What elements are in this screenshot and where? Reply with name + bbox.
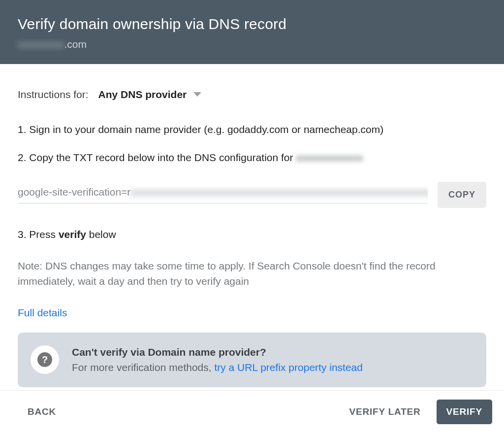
domain-blurred: xxxxxxxxx xyxy=(18,38,64,50)
txt-record-row: google-site-verification=rxxxxxxxxxxxxxx… xyxy=(18,182,486,208)
instructions-label: Instructions for: xyxy=(18,89,89,101)
url-prefix-link[interactable]: try a URL prefix property instead xyxy=(214,362,363,373)
txt-record-blurred: xxxxxxxxxxxxxxxxxxxxxxxxxxxxxxxxxxxxxxxx… xyxy=(130,186,428,198)
step-3-bold: verify xyxy=(59,229,86,240)
step-3: 3. Press verify below xyxy=(18,229,486,240)
help-icon-wrap: ? xyxy=(31,345,59,374)
dialog-footer: BACK VERIFY LATER VERIFY xyxy=(0,390,504,436)
help-box: ? Can't verify via Domain name provider?… xyxy=(18,333,486,387)
dialog-content: Instructions for: Any DNS provider 1. Si… xyxy=(0,64,504,387)
step-2-domain-blurred: xxxxxxxxxxxxx xyxy=(296,152,363,163)
help-heading: Can't verify via Domain name provider? xyxy=(72,344,363,360)
step-3-prefix: 3. Press xyxy=(18,229,59,240)
step-2: 2. Copy the TXT record below into the DN… xyxy=(18,150,486,165)
txt-record-prefix: google-site-verification=r xyxy=(18,186,130,198)
full-details-link[interactable]: Full details xyxy=(18,307,67,319)
step-1: 1. Sign in to your domain name provider … xyxy=(18,122,486,136)
dialog-header: Verify domain ownership via DNS record x… xyxy=(0,0,504,64)
verify-button[interactable]: VERIFY xyxy=(437,400,492,424)
verify-later-button[interactable]: VERIFY LATER xyxy=(340,400,429,424)
dns-note: Note: DNS changes may take some time to … xyxy=(18,258,486,289)
instructions-row: Instructions for: Any DNS provider xyxy=(18,89,486,101)
txt-record-field[interactable]: google-site-verification=rxxxxxxxxxxxxxx… xyxy=(18,186,428,203)
copy-button[interactable]: COPY xyxy=(438,182,486,208)
back-button[interactable]: BACK xyxy=(19,400,65,424)
domain-suffix: .com xyxy=(64,38,87,50)
step-2-text: 2. Copy the TXT record below into the DN… xyxy=(18,152,296,163)
dns-provider-dropdown[interactable]: Any DNS provider xyxy=(98,89,202,101)
help-sub-prefix: For more verification methods, xyxy=(72,362,214,373)
dialog-title: Verify domain ownership via DNS record xyxy=(18,16,486,33)
step-3-suffix: below xyxy=(86,229,116,240)
caret-down-icon xyxy=(193,92,201,97)
dns-provider-selected: Any DNS provider xyxy=(98,89,187,101)
dialog-domain: xxxxxxxxx.com xyxy=(18,38,486,50)
help-icon: ? xyxy=(37,352,52,367)
help-text: Can't verify via Domain name provider? F… xyxy=(72,344,363,375)
